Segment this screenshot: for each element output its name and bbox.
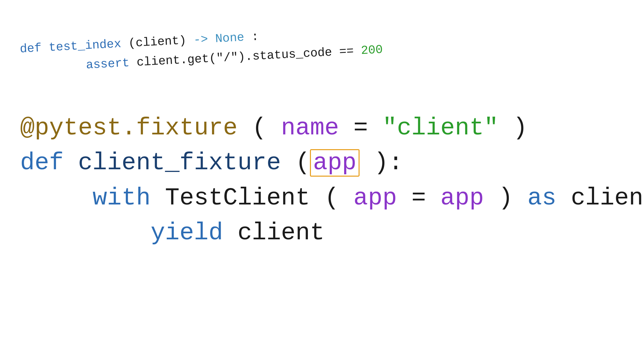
as-keyword: as <box>527 184 556 212</box>
with-keyword: with <box>93 184 151 212</box>
app-param: app <box>313 149 357 177</box>
none-token: None <box>215 31 245 46</box>
test-client-class: TestClient <box>165 184 310 212</box>
decorator-text: @pytest.fixture <box>20 114 237 142</box>
app-param-highlight: app <box>310 149 360 177</box>
eq-token: == <box>339 44 354 59</box>
top-code-block: def test_index (client) -> None : assert… <box>19 21 383 78</box>
with-line: with TestClient ( app = app ) as client … <box>20 181 644 216</box>
arrow-token: -> <box>193 33 208 47</box>
client-string: "client" <box>382 114 498 142</box>
def-keyword-main: def <box>20 149 64 177</box>
app-kwarg-name: app <box>354 184 397 212</box>
yield-line: yield client <box>20 216 644 250</box>
client-fixture-fn: client_fixture <box>78 149 281 177</box>
name-param: name <box>281 114 339 142</box>
assert-keyword: assert <box>86 56 130 72</box>
yield-client-var: client <box>237 219 324 247</box>
def-fixture-line: def client_fixture ( app ): <box>20 145 644 180</box>
test-index-fn: test_index <box>48 37 121 55</box>
main-code-block: @pytest.fixture ( name = "client" ) def … <box>20 111 644 251</box>
code-container: def test_index (client) -> None : assert… <box>0 0 644 362</box>
app-kwarg-val: app <box>440 184 484 212</box>
def-keyword-top: def <box>19 41 42 56</box>
top-params: (client) <box>128 34 187 50</box>
client-var: client <box>571 184 644 212</box>
decorator-line: @pytest.fixture ( name = "client" ) <box>20 111 644 145</box>
status-number: 200 <box>361 43 383 57</box>
yield-keyword: yield <box>151 219 223 247</box>
